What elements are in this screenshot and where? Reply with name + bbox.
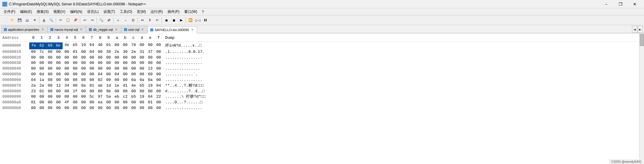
hex-byte[interactable]: 00 [71,72,79,77]
restore-button[interactable]: ❐ [614,0,627,8]
hex-byte[interactable]: 00 [138,105,146,111]
stop-macro-button[interactable]: ⏹ [170,17,177,24]
hex-byte[interactable]: 62 [38,42,46,49]
hex-byte[interactable]: 08 [46,77,54,83]
hex-byte[interactable]: 00 [129,100,138,105]
table-row[interactable]: 00000000fe62696e4eb519644001000078000000… [2,42,637,49]
hex-byte[interactable]: 19 [79,42,88,49]
hex-byte[interactable]: 00 [38,94,46,100]
hex-byte[interactable]: 04 [113,72,121,77]
hex-byte[interactable]: 64 [146,94,154,100]
hex-byte[interactable]: 04 [29,77,38,83]
undo-button[interactable]: ↩ [81,17,88,24]
hex-byte[interactable]: 0d [38,72,46,77]
hex-byte[interactable]: 00 [154,55,163,61]
restore-zoom-button[interactable]: ⊡ [129,17,137,24]
record-macro-button[interactable]: ⏺ [163,17,170,24]
hex-byte[interactable]: 5c [88,94,96,100]
hex-byte[interactable]: 00 [154,100,163,105]
hex-byte[interactable]: 00 [38,66,46,72]
hex-byte[interactable]: 00 [96,105,104,111]
table-row[interactable]: 0000004000000000000000000000000000001300… [2,66,637,72]
tab-close-1[interactable]: ✕ [79,27,83,32]
hex-byte[interactable]: 00 [154,77,163,83]
hex-byte[interactable]: 00 [54,100,63,105]
hex-byte[interactable]: 00 [29,66,38,72]
hex-byte[interactable]: 00 [121,100,129,105]
tab-nacos-mysql-sql[interactable]: nacos-mysql.sql ✕ [48,26,86,33]
table-row[interactable]: 00000090000000000000005c975aebc2b5196422… [2,94,637,100]
hex-byte[interactable]: 00 [138,42,146,49]
sync-h-button[interactable]: ⇔ [139,17,146,24]
hex-byte[interactable]: 00 [71,66,79,72]
hex-byte[interactable]: 60 [146,72,154,77]
hex-byte[interactable]: 00 [29,60,38,66]
hex-byte[interactable]: 00 [154,105,163,111]
print-preview-button[interactable]: 🔍 [48,17,55,24]
hex-byte[interactable]: 00 [46,66,54,72]
hex-byte[interactable]: 00 [138,72,146,77]
hex-byte[interactable]: 9b [104,89,113,94]
hex-byte[interactable]: 00 [46,94,54,100]
hex-byte[interactable]: 00 [129,105,138,111]
hex-byte[interactable]: 31 [138,49,146,55]
hex-byte[interactable]: 00 [63,60,71,66]
hex-byte[interactable]: 01 [38,89,46,94]
menu-encode[interactable]: 编码(N) [68,8,85,15]
hex-byte[interactable]: 00 [79,72,88,77]
tab-scroll-left[interactable]: ◀ [632,26,637,33]
hex-byte[interactable]: 00 [63,55,71,61]
close-button[interactable]: ✕ [31,17,38,24]
table-row[interactable]: 000000b000000000000000000000000000000000… [2,105,637,111]
hex-byte[interactable]: 00 [104,77,113,83]
save-all-button[interactable]: 🗂 [24,17,31,24]
hex-byte[interactable]: 00 [104,60,113,66]
hex-byte[interactable]: 00 [46,100,54,105]
replace-button[interactable]: ⇄ [105,17,112,24]
hex-byte[interactable]: 00 [79,100,88,105]
hex-byte[interactable]: 00 [38,100,46,105]
hex-byte[interactable]: 00 [29,72,38,77]
menu-search[interactable]: 搜索(S) [34,8,51,15]
hex-byte[interactable]: 00 [88,100,96,105]
table-row[interactable]: 00000010007c00000001000400382e302e313700… [2,49,637,55]
hex-byte[interactable]: 00 [88,55,96,61]
hex-byte[interactable]: 12 [54,83,63,89]
trim-button[interactable]: |↔| [194,17,202,24]
hex-byte[interactable]: b5 [71,42,79,49]
tab-close-2[interactable]: ✕ [114,27,118,32]
table-row[interactable]: 00000050000d0008000000000400040000006000… [2,72,637,77]
hex-byte[interactable]: 00 [88,72,96,77]
hex-byte[interactable]: eb [113,94,121,100]
menu-tools[interactable]: 工具(O) [117,8,134,15]
hex-byte[interactable]: 00 [46,60,54,66]
hex-byte[interactable]: 40 [96,42,104,49]
hex-byte[interactable]: 02 [96,77,104,83]
hex-byte[interactable]: 00 [46,72,54,77]
hex-byte[interactable]: 00 [63,89,71,94]
hex-byte[interactable]: 00 [71,83,79,89]
hex-byte[interactable]: 00 [46,83,54,89]
hex-byte[interactable]: 0a [129,77,138,83]
zoom-in-button[interactable]: + [114,17,122,24]
hex-byte[interactable]: 00 [88,89,96,94]
hex-byte[interactable]: 00 [146,60,154,66]
redo-button[interactable]: ↪ [89,17,96,24]
hex-byte[interactable]: 00 [71,105,79,111]
hex-byte[interactable]: 00 [129,72,138,77]
table-row[interactable]: 0000003000000000000000000000000000000000… [2,60,637,66]
hex-byte[interactable]: 1d [104,83,113,89]
print-button[interactable]: 🖨 [40,17,47,24]
hex-byte[interactable]: 04 [96,72,104,77]
hex-byte[interactable]: 00 [138,60,146,66]
hex-byte[interactable]: 00 [113,77,121,83]
hex-byte[interactable]: 00 [79,60,88,66]
hex-byte[interactable]: 00 [71,100,79,105]
hex-byte[interactable]: 00 [96,89,104,94]
open-button[interactable]: 📁 [9,17,16,24]
hex-byte[interactable]: 08 [71,77,79,83]
table-row[interactable]: 00000060041a080000080808020000000a0a0a00… [2,77,637,83]
hex-byte[interactable]: 69 [46,42,54,49]
hex-byte[interactable]: 00 [121,60,129,66]
hex-byte[interactable]: 30 [121,49,129,55]
